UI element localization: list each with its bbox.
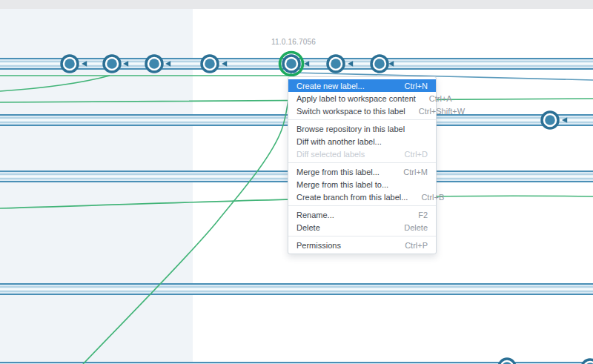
changeset-node[interactable] (202, 56, 218, 72)
menu-separator (288, 205, 436, 206)
menu-item-merge-from-this-label[interactable]: Merge from this label...Ctrl+M (288, 165, 436, 178)
changeset-node[interactable] (371, 56, 388, 72)
menu-item-browse-repository-in-this-label[interactable]: Browse repository in this label (288, 122, 436, 135)
menu-item-label: Apply label to workspace content (296, 94, 416, 103)
menu-item-label: Permissions (296, 241, 341, 250)
menu-item-shortcut: Ctrl+P (405, 241, 428, 250)
menu-item-shortcut: F2 (418, 211, 428, 219)
menu-item-label: Merge from this label... (296, 168, 380, 176)
changeset-node[interactable] (542, 112, 558, 128)
menu-item-label: Create branch from this label... (296, 193, 408, 202)
menu-item-switch-workspace-to-this-label[interactable]: Switch workspace to this labelCtrl+Shift… (288, 105, 436, 117)
menu-item-create-branch-from-this-label[interactable]: Create branch from this label...Ctrl+B (288, 191, 436, 203)
label-caption: 11.0.16.7056 (258, 38, 329, 46)
menu-item-label: Browse repository in this label (296, 125, 405, 133)
changeset-node[interactable] (62, 56, 78, 72)
menu-item-label: Merge from this label to... (296, 180, 388, 189)
menu-item-shortcut: Ctrl+B (421, 193, 444, 202)
menu-item-delete[interactable]: DeleteDelete (288, 221, 436, 234)
menu-item-label: Create new label... (296, 82, 365, 90)
changeset-node[interactable] (499, 359, 515, 364)
menu-separator (288, 236, 436, 236)
changeset-node[interactable] (582, 360, 593, 364)
menu-item-label: Delete (296, 223, 320, 232)
menu-item-shortcut: Ctrl+A (429, 94, 452, 103)
menu-item-shortcut: Ctrl+N (405, 82, 428, 90)
menu-item-diff-with-another-label[interactable]: Diff with another label... (288, 135, 436, 148)
branch-explorer-window: 11.0.16.7056 Create new label...Ctrl+NAp… (0, 0, 593, 364)
changeset-node[interactable] (146, 56, 162, 72)
menu-item-shortcut: Ctrl+Shift+W (419, 107, 465, 116)
menu-item-label: Rename... (296, 211, 334, 219)
menu-separator (288, 162, 436, 163)
menu-item-apply-label-to-workspace-content[interactable]: Apply label to workspace contentCtrl+A (288, 92, 436, 105)
menu-item-merge-from-this-label-to[interactable]: Merge from this label to... (288, 178, 436, 191)
menu-item-diff-selected-labels: Diff selected labelsCtrl+D (288, 148, 436, 160)
menu-item-create-new-label[interactable]: Create new label...Ctrl+N (288, 79, 436, 92)
menu-item-shortcut: Ctrl+M (403, 168, 428, 176)
merge-link-green (0, 76, 110, 91)
context-menu: Create new label...Ctrl+NApply label to … (288, 76, 437, 254)
menu-item-label: Diff selected labels (296, 150, 365, 159)
menu-item-shortcut: Delete (404, 223, 428, 232)
menu-item-rename[interactable]: Rename...F2 (288, 208, 436, 221)
menu-item-label: Switch workspace to this label (296, 107, 405, 116)
menu-item-shortcut: Ctrl+D (405, 150, 428, 159)
menu-item-label: Diff with another label... (296, 137, 382, 146)
menu-item-permissions[interactable]: PermissionsCtrl+P (288, 239, 436, 251)
changeset-node[interactable] (104, 56, 120, 72)
branch-track (0, 284, 593, 294)
changeset-node[interactable] (328, 56, 344, 72)
labeled-changeset-node[interactable] (280, 53, 303, 76)
menu-separator (288, 119, 436, 120)
